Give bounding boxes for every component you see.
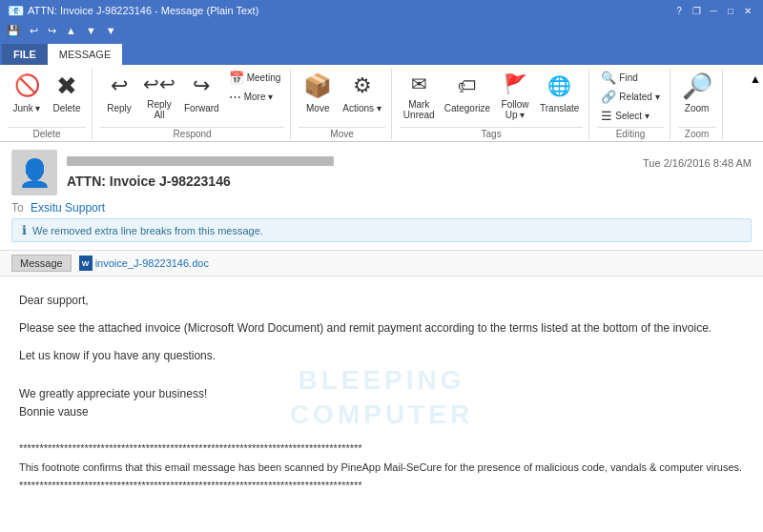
translate-label: Translate	[540, 103, 579, 113]
related-label: Related ▾	[619, 92, 659, 102]
zoom-group-label: Zoom	[678, 127, 716, 139]
collapse-ribbon-button[interactable]: ▲	[750, 72, 761, 86]
avatar: 👤	[11, 150, 57, 195]
attachment-bar: Message W invoice_J-98223146.doc	[0, 251, 763, 276]
respond-small-btns: 📅 Meeting ⋯ More ▾	[225, 69, 285, 106]
delete-group-label: Delete	[8, 127, 86, 139]
related-button[interactable]: 🔗 Related ▾	[597, 88, 663, 106]
send-time: Tue 2/16/2016 8:48 AM	[643, 157, 752, 169]
follow-up-icon: 🚩	[500, 71, 530, 97]
delete-icon: ✖	[52, 71, 82, 101]
sender-info: Tue 2/16/2016 8:48 AM ATTN: Invoice J-98…	[67, 156, 752, 189]
email-sign1: We greatly appreciate your business!	[19, 385, 744, 403]
qa-more[interactable]: ▼	[103, 24, 119, 37]
email-greeting: Dear support,	[19, 292, 744, 310]
translate-button[interactable]: 🌐 Translate	[536, 69, 583, 122]
translate-icon: 🌐	[545, 71, 575, 101]
move-button[interactable]: 📦 Move	[299, 69, 337, 122]
ribbon-group-move: 📦 Move ⚙ Actions ▾ Move	[293, 69, 392, 139]
related-icon: 🔗	[601, 90, 616, 104]
to-name[interactable]: Exsitu Support	[31, 201, 105, 215]
message-header: 👤 Tue 2/16/2016 8:48 AM ATTN: Invoice J-…	[0, 142, 763, 251]
word-icon: W	[79, 256, 93, 271]
zoom-label: Zoom	[685, 103, 710, 113]
respond-group-label: Respond	[100, 127, 284, 139]
mark-unread-button[interactable]: ✉ MarkUnread	[400, 69, 439, 122]
tab-file[interactable]: FILE	[2, 44, 48, 65]
email-footer3: ****************************************…	[19, 478, 744, 495]
meeting-label: Meeting	[247, 72, 281, 83]
move-group-label: Move	[299, 127, 385, 139]
categorize-icon: 🏷	[452, 71, 483, 101]
email-body-wrapper: BLEEPING COMPUTER Dear support, Please s…	[0, 276, 763, 532]
title-bar: 📧 ATTN: Invoice J-98223146 - Message (Pl…	[0, 0, 763, 21]
close-button[interactable]: ✕	[740, 3, 755, 18]
attachment-filename: invoice_J-98223146.doc	[95, 257, 209, 269]
editing-group-label: Editing	[597, 127, 663, 139]
qa-up[interactable]: ▲	[63, 24, 79, 37]
minimize-button[interactable]: ─	[706, 3, 721, 18]
delete-buttons: 🚫 Junk ▾ ✖ Delete	[8, 69, 86, 125]
reply-button[interactable]: ↩ Reply	[100, 69, 138, 122]
meeting-button[interactable]: 📅 Meeting	[225, 69, 285, 87]
qa-redo[interactable]: ↪	[45, 24, 59, 38]
find-icon: 🔍	[601, 71, 616, 85]
more-respond-label: More ▾	[244, 92, 274, 102]
quick-access-toolbar: 💾 ↩ ↪ ▲ ▼ ▼	[0, 21, 763, 40]
find-button[interactable]: 🔍 Find	[597, 69, 663, 87]
maximize-button[interactable]: □	[723, 3, 738, 18]
zoom-button[interactable]: 🔎 Zoom	[678, 69, 716, 122]
app-icon: 📧	[8, 3, 24, 18]
move-icon: 📦	[302, 71, 333, 101]
sender-row: 👤 Tue 2/16/2016 8:48 AM ATTN: Invoice J-…	[11, 150, 752, 195]
forward-icon: ↪	[186, 71, 217, 101]
email-footer2: This footnote confirms that this email m…	[19, 460, 744, 477]
zoom-icon: 🔎	[682, 71, 712, 101]
forward-button[interactable]: ↪ Forward	[180, 69, 223, 122]
zoom-buttons: 🔎 Zoom	[678, 69, 716, 125]
attachment-file[interactable]: W invoice_J-98223146.doc	[79, 256, 209, 271]
ribbon-group-zoom: 🔎 Zoom Zoom	[672, 69, 723, 139]
forward-label: Forward	[184, 103, 219, 113]
qa-undo[interactable]: ↩	[27, 24, 41, 38]
message-tab[interactable]: Message	[11, 255, 72, 272]
qa-down[interactable]: ▼	[83, 24, 99, 37]
categorize-button[interactable]: 🏷 Categorize	[441, 69, 494, 122]
email-line2: Let us know if you have any questions.	[19, 347, 744, 365]
reply-label: Reply	[107, 103, 132, 113]
mark-unread-label: MarkUnread	[403, 99, 435, 120]
reply-all-icon: ↩↩	[144, 71, 175, 97]
ribbon-group-tags: ✉ MarkUnread 🏷 Categorize 🚩 FollowUp ▾ 🌐…	[394, 69, 590, 139]
select-icon: ☰	[601, 109, 612, 123]
categorize-label: Categorize	[444, 103, 490, 113]
reply-all-button[interactable]: ↩↩ ReplyAll	[140, 69, 178, 122]
editing-small-btns: 🔍 Find 🔗 Related ▾ ☰ Select ▾	[597, 69, 663, 125]
junk-button[interactable]: 🚫 Junk ▾	[8, 69, 46, 122]
help-button[interactable]: ?	[671, 3, 687, 18]
delete-button[interactable]: ✖ Delete	[48, 69, 86, 122]
tab-message[interactable]: MESSAGE	[48, 44, 122, 65]
info-bar: ℹ We removed extra line breaks from this…	[11, 218, 752, 242]
select-label: Select ▾	[615, 111, 650, 121]
restore-button[interactable]: ❐	[689, 3, 704, 18]
reply-icon: ↩	[104, 71, 134, 101]
ribbon: 🚫 Junk ▾ ✖ Delete Delete ↩ Reply ↩↩ Repl…	[0, 65, 763, 142]
info-message: We removed extra line breaks from this m…	[32, 225, 263, 236]
tags-buttons: ✉ MarkUnread 🏷 Categorize 🚩 FollowUp ▾ 🌐…	[400, 69, 584, 125]
junk-icon: 🚫	[11, 71, 42, 101]
reply-all-label: ReplyAll	[147, 99, 172, 120]
qa-save[interactable]: 💾	[4, 24, 23, 38]
email-footer1: ****************************************…	[19, 440, 744, 458]
title-bar-left: 📧 ATTN: Invoice J-98223146 - Message (Pl…	[8, 3, 258, 18]
actions-button[interactable]: ⚙ Actions ▾	[339, 69, 385, 122]
more-respond-button[interactable]: ⋯ More ▾	[225, 88, 285, 106]
email-line1: Please see the attached invoice (Microso…	[19, 319, 744, 338]
respond-buttons: ↩ Reply ↩↩ ReplyAll ↪ Forward 📅 Meeting …	[100, 69, 284, 125]
ribbon-group-editing: 🔍 Find 🔗 Related ▾ ☰ Select ▾ Editing	[591, 69, 670, 139]
info-icon: ℹ	[22, 223, 27, 237]
subject-line: ATTN: Invoice J-98223146	[67, 174, 752, 189]
title-bar-controls: ? ❐ ─ □ ✕	[671, 3, 755, 18]
select-button[interactable]: ☰ Select ▾	[597, 107, 663, 125]
move-label: Move	[306, 103, 329, 113]
follow-up-button[interactable]: 🚩 FollowUp ▾	[496, 69, 534, 122]
